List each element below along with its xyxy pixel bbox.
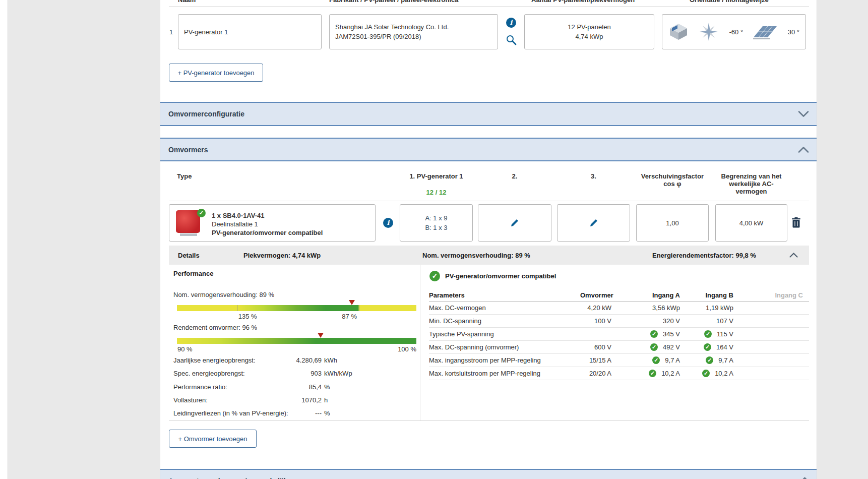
col-ingang-b: Ingang B: [680, 289, 733, 301]
pv-orientation-field[interactable]: -60 ° 30 °: [662, 14, 806, 49]
pv-peak-power: 4,74 kWp: [525, 32, 654, 41]
house-icon: [668, 22, 689, 41]
stat-unit: h: [324, 396, 328, 404]
inverter-efficiency-gauge: 90 % 100 %: [177, 338, 416, 344]
check-icon: ✓: [649, 370, 656, 377]
parameter-row: Max. DC-spanning (omvormer) 600 V ✓492 V…: [429, 340, 809, 353]
ac-header-line2: werkelijke AC-: [715, 180, 787, 188]
col-header-orientatie: Oriëntatie / montagewijze: [690, 0, 769, 4]
section-title: Apparaat voor begrenzing werkelijk vermo…: [168, 477, 323, 479]
gauge-tick: [359, 305, 359, 311]
parameter-row: Typische PV-spanning ✓345 V ✓115 V: [429, 327, 809, 340]
module-type: JAM72S01-395/PR (09/2018): [335, 32, 449, 41]
app-screen: Naam Fabrikant / PV-paneel / paneel-elek…: [0, 0, 868, 479]
ac-header-line3: vermogen: [715, 188, 787, 195]
stat-label: Leidingverliezen (in % van PV-energie):: [173, 409, 288, 417]
col-header-aantal: Aantal PV-panelen/piekvermogen: [531, 0, 635, 4]
col-header-2: 2.: [478, 172, 551, 180]
check-icon: ✓: [650, 343, 658, 351]
stat-value: ---: [274, 409, 322, 417]
stat-label: Jaarlijkse energieopbrengst:: [173, 356, 256, 364]
param-ingang-a: 320 V: [663, 317, 680, 325]
string-b-config: B: 1 x 3: [425, 223, 447, 232]
gauge2-label: Rendement omvormer: 96 %: [173, 324, 257, 331]
chevron-up-icon[interactable]: [800, 477, 809, 479]
param-ingang-a: 3,56 kWp: [652, 304, 680, 312]
section-omvormers[interactable]: Omvormers: [160, 138, 817, 161]
param-ingang-b: 9,7 A: [718, 356, 733, 364]
gauge-bar: [177, 305, 416, 311]
inverter-type-box[interactable]: ✓ 1 x SB4.0-1AV-41 Deelinstallatie 1 PV-…: [169, 204, 376, 242]
inverter-info-icon[interactable]: i: [383, 218, 393, 228]
chevron-up-icon[interactable]: [798, 146, 809, 153]
gauge1-label: Nom. vermogensverhouding: 89 %: [173, 291, 274, 298]
parameters-table: Parameters Omvormer Ingang A Ingang B In…: [429, 289, 809, 380]
pv3-edit-box[interactable]: [557, 204, 630, 242]
pv-name-field[interactable]: PV-generator 1: [178, 14, 322, 49]
param-label: Max. DC-vermogen: [429, 301, 580, 314]
details-bar[interactable]: Details Piekvermogen: 4,74 kWp Nom. verm…: [169, 246, 809, 265]
tilt-value: 30 °: [788, 28, 799, 36]
pv-name-value: PV-generator 1: [184, 28, 228, 36]
check-icon: ✓: [704, 330, 712, 338]
param-ingang-b: 1,19 kWp: [706, 304, 733, 312]
azimut-value: -60 °: [729, 28, 743, 36]
pv-module-field[interactable]: Shanghai JA Solar Technology Co. Ltd. JA…: [329, 14, 498, 49]
param-label: Max. kortsluitstroom per MPP-regeling: [429, 367, 580, 380]
param-ingang-b: 115 V: [717, 330, 733, 338]
parameter-row: Max. DC-vermogen 4,20 kW ✓3,56 kWp ✓1,19…: [429, 301, 809, 314]
module-search-icon[interactable]: [506, 34, 517, 45]
pv2-edit-box[interactable]: [478, 204, 551, 242]
check-icon: ✓: [706, 356, 713, 364]
check-icon: ✓: [652, 356, 660, 364]
delete-inverter-icon[interactable]: [792, 217, 800, 228]
stat-row: Leidingverliezen (in % van PV-energie): …: [173, 407, 418, 420]
gauge-bar: [177, 338, 416, 344]
param-ingang-a: 9,7 A: [665, 356, 680, 364]
tilted-panel-icon: [753, 24, 777, 40]
pv1-assignment-count: 12 / 12: [400, 189, 473, 196]
col-ingang-c: Ingang C: [733, 289, 809, 301]
param-omvormer: 15/15 A: [580, 353, 611, 367]
col-header-cos-phi: Verschuivingsfactor cos φ: [636, 172, 709, 188]
pv-count-field[interactable]: 12 PV-panelen 4,74 kWp: [524, 14, 654, 49]
module-info-icon[interactable]: i: [506, 18, 516, 28]
cos-phi-field[interactable]: 1,00: [636, 204, 709, 242]
section-omvormerconfiguratie[interactable]: Omvormerconfiguratie: [160, 102, 817, 126]
stat-row: Vollasturen: 1070,2 h: [173, 394, 418, 407]
col-header-naam: Naam: [178, 0, 196, 4]
col-header-3: 3.: [557, 172, 630, 180]
pv1-string-config-box[interactable]: A: 1 x 9 B: 1 x 3: [400, 204, 473, 242]
parameter-row: Min. DC-spanning 100 V ✓320 V ✓107 V: [429, 314, 809, 327]
module-manufacturer: Shanghai JA Solar Technology Co. Ltd.: [335, 22, 449, 32]
string-a-config: A: 1 x 9: [425, 213, 447, 223]
stat-value: 85,4: [274, 383, 322, 391]
param-ingang-b: 10,2 A: [715, 370, 733, 377]
gauge-marker: [349, 300, 355, 305]
param-label: Typische PV-spanning: [429, 327, 580, 340]
stat-label: Performance ratio:: [173, 383, 227, 391]
compatibility-text: PV-generator/omvormer compatibel: [445, 272, 556, 280]
details-panel: Performance Nom. vermogensverhouding: 89…: [169, 265, 809, 421]
column-divider: [420, 265, 420, 421]
section-apparaat-begrenzing[interactable]: Apparaat voor begrenzing werkelijk vermo…: [160, 469, 817, 479]
header-divider: [169, 7, 809, 7]
main-panel: Naam Fabrikant / PV-paneel / paneel-elek…: [160, 0, 817, 479]
ac-limit-field[interactable]: 4,00 kW: [715, 204, 787, 242]
compatibility-status: ✓ PV-generator/omvormer compatibel: [429, 271, 802, 283]
collapse-details-icon[interactable]: [789, 253, 798, 258]
gauge-marker: [318, 333, 324, 338]
col-parameters: Parameters: [429, 289, 580, 301]
ac-header-line1: Begrenzing van het: [715, 172, 787, 180]
stat-unit: %: [324, 383, 330, 391]
add-pv-generator-button[interactable]: + PV-generator toevoegen: [169, 64, 263, 82]
cos-header-line1: Verschuivingsfactor: [636, 172, 709, 180]
chevron-down-icon[interactable]: [798, 111, 809, 117]
col-header-type: Type: [177, 172, 192, 180]
gauge-tick: [237, 305, 237, 311]
param-ingang-a: 10,2 A: [661, 370, 680, 377]
add-inverter-button[interactable]: + Omvormer toevoegen: [169, 430, 257, 448]
col-header-pv1: 1. PV-generator 1: [400, 172, 473, 180]
performance-stats: Jaarlijkse energieopbrengst: 4.280,69 kW…: [173, 354, 418, 420]
section-title: Omvormerconfiguratie: [168, 110, 244, 118]
